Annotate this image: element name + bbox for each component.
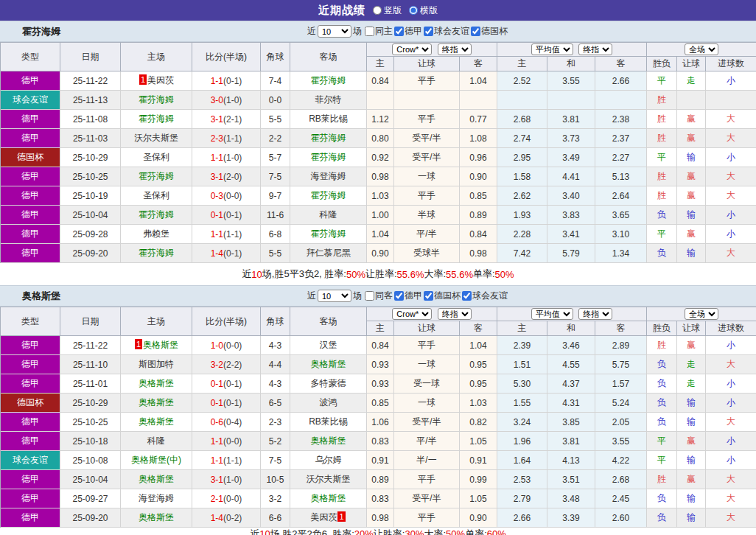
score-cell: 3-1(2-1) bbox=[192, 110, 261, 129]
filter-checkbox[interactable]: 德甲 bbox=[394, 25, 422, 38]
result-cell: 平 bbox=[647, 71, 677, 91]
result-cell: 输 bbox=[677, 206, 706, 225]
avg-odds-cell: 3.81 bbox=[547, 432, 595, 451]
summary-segment: 10 bbox=[259, 528, 270, 535]
col-header-goals-result: 进球数 bbox=[706, 57, 756, 71]
home-team-cell: 科隆 bbox=[121, 432, 192, 451]
result-value: 走 bbox=[687, 359, 696, 369]
avg-odds-cell: 3.41 bbox=[547, 225, 595, 244]
team-name: 奥格斯堡 bbox=[311, 493, 346, 503]
result-cell: 胜 bbox=[647, 167, 677, 186]
layout-radio-vertical-input[interactable] bbox=[373, 6, 382, 15]
score-fulltime: 0-1 bbox=[211, 379, 223, 389]
odds-stage-select[interactable]: 终指 bbox=[438, 308, 472, 320]
away-team-cell: RB莱比锡 bbox=[290, 413, 367, 432]
result-cell: 小 bbox=[706, 206, 756, 225]
scope-select[interactable]: 全场 bbox=[685, 43, 718, 55]
result-value: 小 bbox=[727, 397, 735, 408]
avg-odds-cell: 2.28 bbox=[497, 225, 547, 244]
odds-cell: 平手 bbox=[394, 508, 460, 528]
filter-checkbox[interactable]: 同客 bbox=[365, 290, 393, 302]
layout-radio-horizontal[interactable]: 横版 bbox=[409, 4, 438, 17]
score-fulltime: 1-0 bbox=[211, 340, 223, 351]
odds-cell bbox=[460, 91, 497, 110]
filter-checkbox-input[interactable] bbox=[424, 27, 433, 36]
avg-stage-select[interactable]: 终指 bbox=[578, 308, 612, 320]
filter-checkbox-input[interactable] bbox=[462, 291, 472, 301]
avg-odds-cell: 3.10 bbox=[595, 225, 647, 244]
col-header-avg-home: 主 bbox=[497, 321, 547, 336]
result-cell: 胜 bbox=[647, 470, 677, 489]
match-count-select[interactable]: 10 bbox=[318, 25, 351, 38]
result-value: 小 bbox=[727, 378, 735, 388]
corners-cell: 10-5 bbox=[261, 470, 290, 489]
result-value: 输 bbox=[687, 416, 696, 427]
odds-cell: 1.04 bbox=[367, 225, 394, 244]
away-team-cell: 海登海姆 bbox=[290, 167, 367, 186]
filter-checkbox-input[interactable] bbox=[394, 291, 404, 301]
result-cell: 大 bbox=[706, 489, 756, 508]
score-fulltime: 1-1 bbox=[211, 229, 223, 239]
odds-cell: 1.06 bbox=[367, 413, 394, 432]
result-cell: 负 bbox=[647, 489, 677, 508]
score-fulltime: 3-1 bbox=[211, 475, 223, 485]
result-value: 赢 bbox=[687, 133, 696, 143]
filter-checkbox-input[interactable] bbox=[424, 291, 433, 301]
filter-checkbox[interactable]: 球会友谊 bbox=[462, 290, 508, 302]
match-row: 德甲25-10-18科隆1-1(0-0)5-2奥格斯堡0.83平/半1.051.… bbox=[1, 432, 756, 451]
summary-segment: 55.6% bbox=[446, 269, 473, 280]
team-name: 霍芬海姆 bbox=[139, 94, 174, 105]
score-cell: 1-4(0-1) bbox=[192, 244, 261, 263]
col-header-avg-home: 主 bbox=[497, 57, 547, 71]
match-type-cell: 德甲 bbox=[1, 470, 60, 489]
filter-checkbox[interactable]: 球会友谊 bbox=[424, 25, 469, 38]
team-name: 奥格斯堡 bbox=[139, 512, 174, 522]
avg-type-select[interactable]: 平均值 bbox=[531, 43, 573, 55]
layout-radio-horizontal-input[interactable] bbox=[409, 6, 418, 15]
result-value: 胜 bbox=[657, 190, 666, 200]
match-count-select[interactable]: 10 bbox=[318, 290, 351, 302]
result-value: 负 bbox=[657, 209, 666, 220]
score-halftime: (1-0) bbox=[223, 95, 242, 105]
avg-odds-cell: 5.75 bbox=[595, 355, 647, 374]
result-cell: 平 bbox=[647, 451, 677, 470]
match-date-cell: 25-11-01 bbox=[60, 374, 121, 394]
summary-segment: 近 bbox=[250, 528, 259, 535]
avg-odds-cell: 2.05 bbox=[595, 413, 647, 432]
layout-radio-vertical[interactable]: 竖版 bbox=[373, 4, 402, 17]
result-cell: 大 bbox=[706, 355, 756, 374]
filter-checkbox[interactable]: 同主 bbox=[365, 25, 393, 38]
filter-checkbox-input[interactable] bbox=[365, 27, 374, 36]
avg-type-select[interactable]: 平均值 bbox=[531, 308, 573, 320]
result-cell: 负 bbox=[647, 508, 677, 528]
result-value: 输 bbox=[687, 455, 696, 465]
avg-odds-cell: 3.81 bbox=[547, 110, 595, 129]
scope-select[interactable]: 全场 bbox=[685, 308, 718, 320]
score-cell: 1-1(1-1) bbox=[192, 225, 261, 244]
odds-cell: 0.85 bbox=[460, 186, 497, 206]
score-fulltime: 0-3 bbox=[211, 191, 223, 201]
odds-company-select[interactable]: Crow* bbox=[392, 43, 432, 55]
filter-checkbox-label: 球会友谊 bbox=[472, 290, 508, 302]
avg-odds-cell: 2.66 bbox=[595, 71, 647, 91]
filter-checkbox[interactable]: 德甲 bbox=[394, 290, 422, 302]
match-date-cell: 25-11-03 bbox=[60, 129, 121, 148]
avg-odds-cell: 1.51 bbox=[497, 355, 547, 374]
col-header-avg-draw: 和 bbox=[547, 321, 595, 336]
odds-company-select[interactable]: Crow* bbox=[392, 308, 432, 320]
filter-checkbox[interactable]: 德国杯 bbox=[471, 25, 508, 38]
odds-cell: 0.91 bbox=[460, 451, 497, 470]
filter-checkbox-input[interactable] bbox=[471, 27, 480, 36]
filter-checkbox[interactable]: 德国杯 bbox=[424, 290, 461, 302]
avg-stage-select[interactable]: 终指 bbox=[578, 43, 612, 55]
odds-cell: 0.77 bbox=[460, 110, 497, 129]
odds-stage-select[interactable]: 终指 bbox=[438, 43, 472, 55]
match-type-cell: 德甲 bbox=[1, 129, 60, 148]
score-cell: 3-2(2-2) bbox=[192, 355, 261, 374]
filter-checkbox-input[interactable] bbox=[365, 291, 374, 301]
filter-checkbox-input[interactable] bbox=[394, 27, 404, 36]
score-fulltime: 3-2 bbox=[211, 360, 223, 370]
match-row: 德甲25-11-10斯图加特3-2(2-2)4-4奥格斯堡0.93一球0.951… bbox=[1, 355, 756, 374]
result-cell: 平 bbox=[647, 148, 677, 167]
home-team-cell: 1奥格斯堡 bbox=[121, 336, 192, 355]
